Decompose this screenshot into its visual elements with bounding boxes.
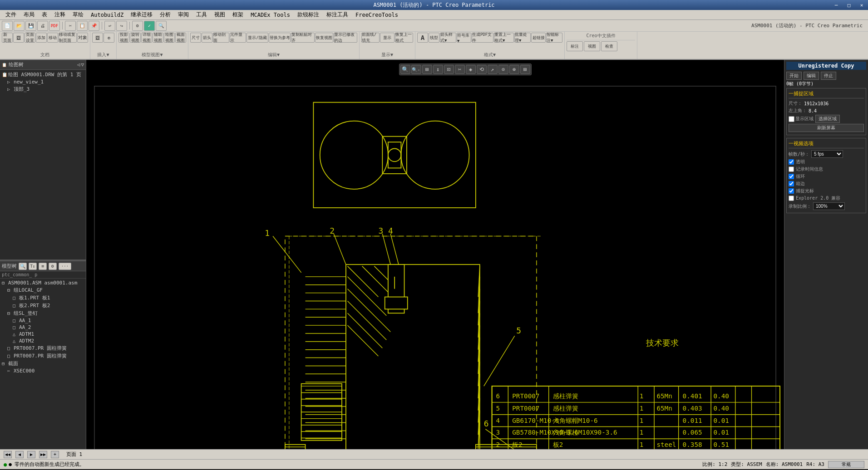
- canvas-area[interactable]: 🔍 🔍- ⊞ ↕ ⊡ ✂ ◈ ⟲ ↗ ⊙ ⊕ ⊞: [86, 60, 784, 449]
- tb-paste[interactable]: 📌: [89, 21, 99, 31]
- loop-checkbox[interactable]: [789, 174, 794, 179]
- mt-search-btn[interactable]: 🔍: [19, 263, 27, 270]
- menu-layout[interactable]: 布局: [20, 10, 38, 20]
- cv-zoom-in[interactable]: 🔍: [400, 65, 410, 74]
- cv-spin[interactable]: ⟲: [477, 65, 487, 74]
- menu-fastlabel[interactable]: 款锐标注: [294, 10, 323, 20]
- tb-cut[interactable]: ✂: [65, 21, 76, 31]
- tb-ed-modified[interactable]: 显示已修改的边: [334, 33, 357, 43]
- minimize-btn[interactable]: ─: [830, 0, 843, 10]
- tb-open[interactable]: 📂: [14, 21, 25, 31]
- maximize-btn[interactable]: □: [843, 0, 855, 10]
- mt-section[interactable]: ⊟ 截面: [1, 360, 85, 367]
- tb-doc-move[interactable]: 移动: [47, 33, 58, 43]
- tb-green[interactable]: ✓: [144, 21, 155, 31]
- mt-prt0007-2[interactable]: □ PRT0007.PR 圆柱弹簧: [1, 352, 85, 360]
- menu-annotation[interactable]: 注释: [51, 10, 69, 20]
- tree-top3[interactable]: ▷ 顶部_3: [1, 85, 85, 93]
- tb-mv-detail[interactable]: 详细视图: [141, 33, 152, 43]
- tb-pdf[interactable]: PDF: [49, 21, 60, 31]
- menu-freecreo[interactable]: FreeCreoTools: [352, 11, 402, 19]
- cv-arrow[interactable]: ↗: [488, 65, 498, 74]
- tb-ed-elem-show[interactable]: 元件显示: [230, 33, 246, 43]
- fps-select[interactable]: 5 fps 10 fps 15 fps 20 fps 30 fps: [811, 150, 843, 158]
- start-btn[interactable]: 开始: [786, 72, 802, 80]
- border-checkbox[interactable]: [789, 181, 794, 186]
- mt-sort-btn[interactable]: T↕: [29, 263, 37, 270]
- menu-labeltools[interactable]: 标注工具: [323, 10, 352, 20]
- menu-tools[interactable]: 工具: [192, 10, 211, 20]
- mt-filter-btn[interactable]: ≡: [39, 263, 47, 270]
- tb-doc-obj[interactable]: 对象: [77, 33, 88, 43]
- tb-ed-arrow[interactable]: 箭头: [202, 33, 212, 43]
- show-area-checkbox[interactable]: [789, 116, 794, 122]
- stop-btn[interactable]: 停止: [821, 72, 836, 80]
- mt-ban2[interactable]: □ 板2.PRT 板2: [1, 302, 85, 309]
- menu-file[interactable]: 文件: [2, 10, 20, 20]
- tb-copy[interactable]: 📋: [77, 21, 88, 31]
- menu-frame[interactable]: 框架: [229, 10, 247, 20]
- menu-view[interactable]: 视图: [211, 10, 229, 20]
- nav-prev-btn[interactable]: ◀: [15, 451, 24, 458]
- tb-show-frontline[interactable]: 前面线/填充: [361, 33, 380, 43]
- cv-zoom-out[interactable]: 🔍-: [411, 65, 421, 74]
- nav-last-btn[interactable]: ▶▶: [39, 451, 47, 458]
- menu-analysis[interactable]: 分析: [156, 10, 174, 20]
- tb-mv-section[interactable]: 截面视图: [175, 33, 186, 43]
- explorer-checkbox[interactable]: [789, 196, 794, 201]
- tb-fmt-super[interactable]: 超链接: [531, 33, 546, 43]
- tb-print[interactable]: 🖨: [37, 21, 48, 31]
- cv-zoom-box[interactable]: ⊡: [444, 65, 454, 74]
- mt-more-btn[interactable]: ···: [59, 263, 71, 270]
- tb-ed-move-surf[interactable]: 移动剖面: [213, 33, 229, 43]
- tb-ed-replace[interactable]: 替换为参考: [269, 33, 291, 43]
- nav-next-btn[interactable]: ▶: [27, 451, 35, 458]
- select-area-btn[interactable]: 选择区域: [815, 115, 840, 123]
- menu-mcadex[interactable]: MCADEx Tools: [247, 11, 294, 19]
- mt-adtm1[interactable]: △ ADTM1: [1, 331, 85, 338]
- tb-fmt-pdf[interactable]: 生成PDF文件: [472, 33, 493, 43]
- tb-ed-copy-align[interactable]: 复制粘贴对齐: [291, 33, 315, 43]
- tb-mv-perspective[interactable]: 投影视图: [118, 33, 129, 43]
- cv-grid[interactable]: ⊞: [520, 65, 530, 74]
- log-checkbox[interactable]: [789, 166, 794, 172]
- cv-zoom-fit[interactable]: ⊞: [422, 65, 432, 74]
- normal-mode-btn[interactable]: 常规: [828, 461, 864, 468]
- tb-mv-drawing[interactable]: 绘图视图: [164, 33, 175, 43]
- menu-table[interactable]: 表: [38, 10, 51, 20]
- cv-pan[interactable]: ↕: [433, 65, 443, 74]
- tb-fmt-reset[interactable]: 重置上一格式▼: [494, 33, 514, 43]
- cv-circle[interactable]: ⊙: [498, 65, 508, 74]
- tb-search[interactable]: 🔍: [156, 21, 167, 31]
- tb-fmt-line[interactable]: 线型: [429, 33, 439, 43]
- edit-btn[interactable]: 编辑: [804, 72, 819, 80]
- mt-xsec000[interactable]: ✂ XSEC000: [1, 367, 85, 374]
- tb-ins-photo[interactable]: 🖼: [92, 33, 103, 43]
- tb-fmt-batch[interactable]: 批量处理▼: [514, 33, 531, 43]
- nav-first-btn[interactable]: ◀◀: [4, 451, 12, 458]
- mt-sl-group[interactable]: ⊟ 组SL_垫钉: [1, 309, 85, 317]
- refresh-btn[interactable]: 刷新屏幕: [789, 124, 864, 132]
- mt-asm0001[interactable]: ⊟ ASM0001.ASM asm0001.asm: [1, 279, 85, 286]
- tb-save[interactable]: 💾: [25, 21, 36, 31]
- cursor-checkbox[interactable]: [789, 188, 794, 194]
- tb-doc-page-setup[interactable]: 页面设置: [25, 33, 35, 43]
- nav-add-btn[interactable]: +: [51, 451, 59, 458]
- tb-show-restore2[interactable]: 恢复上一格式: [395, 33, 413, 43]
- tb-mv-rotate[interactable]: 旋转视图: [130, 33, 141, 43]
- menu-sketch[interactable]: 草绘: [69, 10, 87, 20]
- tb-fmt-A[interactable]: A: [417, 33, 428, 43]
- tb-doc-add[interactable]: 添加: [36, 33, 47, 43]
- menu-inherit[interactable]: 继承迁移: [127, 10, 156, 20]
- tree-new-view[interactable]: ▷ new_view_1: [1, 78, 85, 85]
- cv-rotate[interactable]: ◈: [466, 65, 476, 74]
- menu-review[interactable]: 审阅: [174, 10, 192, 20]
- scale-select[interactable]: 100% 75% 50%: [813, 202, 845, 210]
- menu-autobuildz[interactable]: AutobuildZ: [87, 11, 127, 19]
- tb-fmt-smart[interactable]: 智能标注▼: [546, 33, 562, 43]
- drawing-tree-settings[interactable]: ▽: [81, 62, 84, 68]
- tb-cp-btn3[interactable]: 检查: [601, 41, 617, 51]
- tb-show-line-visible[interactable]: 显示: [380, 33, 395, 43]
- mt-settings-btn[interactable]: ⚙: [49, 263, 57, 270]
- tb-new[interactable]: 📄: [2, 21, 13, 31]
